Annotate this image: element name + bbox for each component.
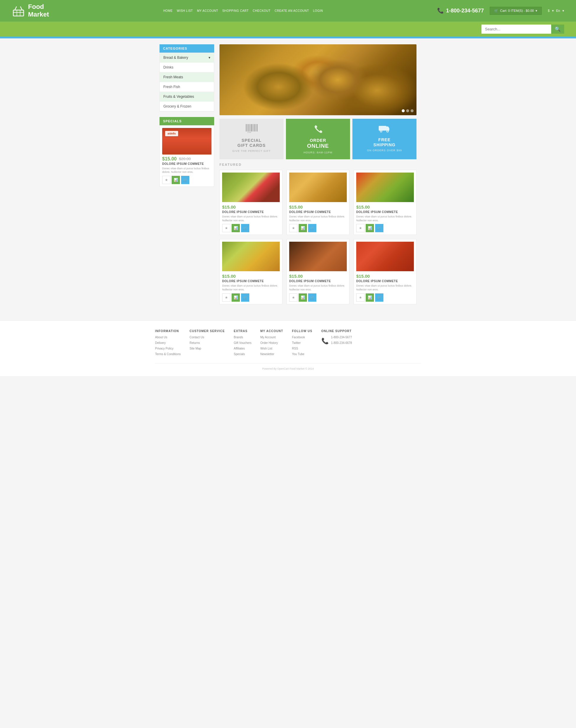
info-box-free-shipping[interactable]: FREESHIPPING ON ORDERS OVER $99	[352, 119, 416, 159]
compare-button[interactable]: 📊	[172, 176, 180, 184]
cart-btn-5[interactable]: 🛒	[308, 293, 316, 302]
category-grocery[interactable]: Grocery & Frozen	[160, 102, 214, 111]
footer-sitemap[interactable]: Site Map	[190, 346, 225, 351]
special-product: aidells $15.00 $20.00 DOLORE IPSUM COMME…	[160, 125, 214, 187]
category-fruits-veg[interactable]: Fruits & Vegetables	[160, 92, 214, 102]
product-actions-4: ★ 📊 🛒	[222, 293, 280, 302]
cart-button[interactable]: 🛒 Cart: 0 ITEM(S) - $0.00 ▾	[490, 7, 542, 15]
footer-affiliates[interactable]: Affiliates	[234, 346, 251, 351]
language-selector[interactable]: En	[556, 9, 560, 13]
footer-newsletter[interactable]: Newsletter	[260, 352, 283, 356]
nav-checkout[interactable]: CHECKOUT	[253, 9, 270, 12]
footer-rss[interactable]: RSS	[292, 346, 313, 351]
category-drinks[interactable]: Drinks	[160, 63, 214, 73]
gift-cards-sub: GIVE THE PERFECT GIFT	[232, 149, 270, 152]
cart-icon: 🛒	[494, 9, 498, 13]
footer-follow-us: FOLLOW US Facebook Twitter RSS You Tube	[292, 330, 313, 358]
product-price-6: $15.00	[356, 274, 414, 279]
wishlist-button[interactable]: ★	[162, 176, 170, 184]
compare-btn-6[interactable]: 📊	[366, 293, 374, 302]
product-desc-2: Donec vitae diam ut purus luctus finibus…	[289, 215, 347, 222]
footer-my-account: MY ACCOUNT My Account Order History Wish…	[260, 330, 283, 358]
search-icon: 🔍	[555, 27, 560, 32]
footer-returns[interactable]: Returns	[190, 341, 225, 345]
special-price-new: $15.00	[162, 156, 177, 162]
wishlist-btn-3[interactable]: ★	[356, 224, 365, 232]
wishlist-btn-4[interactable]: ★	[222, 293, 230, 302]
nav-home[interactable]: HOME	[163, 9, 173, 12]
footer-youtube[interactable]: You Tube	[292, 352, 313, 356]
category-fresh-fish[interactable]: Fresh Fish	[160, 82, 214, 92]
category-bread-bakery[interactable]: Bread & Bakery ▾	[160, 53, 214, 63]
search-button[interactable]: 🔍	[551, 25, 564, 34]
svg-rect-7	[250, 124, 251, 132]
svg-rect-0	[13, 10, 24, 16]
svg-rect-4	[246, 124, 247, 132]
footer-gift-vouchers[interactable]: Gift Vouchers	[234, 341, 251, 345]
nav-login[interactable]: LOGIN	[313, 9, 323, 12]
cart-chevron: ▾	[536, 9, 537, 13]
special-product-name: DOLORE IPSUM COMMETE	[162, 162, 211, 165]
cart-btn-6[interactable]: 🛒	[375, 293, 383, 302]
wishlist-btn-5[interactable]: ★	[289, 293, 297, 302]
compare-btn-5[interactable]: 📊	[299, 293, 307, 302]
cart-btn-1[interactable]: 🛒	[241, 224, 249, 232]
footer-order-history[interactable]: Order History	[260, 341, 283, 345]
product-actions-6: ★ 📊 🛒	[356, 293, 414, 302]
footer-support-phones: 📞 1-800-234-5677 1-800-234-6678	[321, 335, 352, 346]
search-input[interactable]	[482, 25, 551, 34]
nav-create-account[interactable]: CREATE AN ACCOUNT	[275, 9, 309, 12]
footer-contact[interactable]: Contact Us	[190, 335, 225, 339]
cart-btn-2[interactable]: 🛒	[308, 224, 316, 232]
wishlist-btn-2[interactable]: ★	[289, 224, 297, 232]
nav-wishlist[interactable]: WISH LIST	[177, 9, 193, 12]
basket-icon	[12, 4, 25, 18]
nav-account[interactable]: MY ACCOUNT	[197, 9, 218, 12]
svg-rect-6	[249, 124, 249, 132]
svg-rect-11	[256, 124, 256, 132]
product-image-3	[356, 172, 414, 202]
wishlist-btn-1[interactable]: ★	[222, 224, 230, 232]
compare-btn-1[interactable]: 📊	[232, 224, 240, 232]
product-actions-2: ★ 📊 🛒	[289, 224, 347, 232]
nav-cart[interactable]: SHOPPING CART	[222, 9, 249, 12]
product-desc-5: Donec vitae diam ut purus luctus finibus…	[289, 284, 347, 291]
special-product-desc: Donec vitae diam ut purus luctus finibus…	[162, 167, 211, 174]
hero-dot-1[interactable]	[402, 109, 405, 112]
compare-btn-3[interactable]: 📊	[366, 224, 374, 232]
info-boxes: 2390 SPECIALGIFT CARDS GIVE THE PERFECT …	[220, 119, 416, 159]
footer-about[interactable]: About Us	[155, 335, 181, 339]
currency-selector[interactable]: $	[548, 9, 549, 13]
product-price-5: $15.00	[289, 274, 347, 279]
hero-dot-2[interactable]	[406, 109, 409, 112]
cart-btn-3[interactable]: 🛒	[375, 224, 383, 232]
footer-specials[interactable]: Specials	[234, 352, 251, 356]
footer-privacy[interactable]: Privacy Policy	[155, 346, 181, 351]
footer-information: INFORMATION About Us Delivery Privacy Po…	[155, 330, 181, 358]
product-price-3: $15.00	[356, 204, 414, 209]
featured-label: FEATURED	[220, 163, 416, 166]
footer-delivery[interactable]: Delivery	[155, 341, 181, 345]
compare-btn-4[interactable]: 📊	[232, 293, 240, 302]
logo-text: Food Market	[28, 3, 49, 19]
product-card-2: $15.00 DOLORE IPSUM COMMETE Donec vitae …	[287, 170, 349, 235]
footer-customer-service: CUSTOMER SERVICE Contact Us Returns Site…	[190, 330, 225, 358]
info-box-gift-cards[interactable]: 2390 SPECIALGIFT CARDS GIVE THE PERFECT …	[220, 119, 284, 159]
support-phone-icon: 📞	[321, 337, 329, 344]
add-to-cart-button[interactable]: 🛒	[181, 176, 189, 184]
footer-facebook[interactable]: Facebook	[292, 335, 313, 339]
footer-wish-list[interactable]: Wish List	[260, 346, 283, 351]
hero-dot-3[interactable]	[410, 109, 413, 112]
phone-area: 📞 1-800-234-5677	[437, 7, 484, 14]
info-box-order-online[interactable]: ORDERONLINE HOURS: 8AM-11PM	[286, 119, 350, 159]
wishlist-btn-6[interactable]: ★	[356, 293, 365, 302]
compare-btn-2[interactable]: 📊	[299, 224, 307, 232]
footer-twitter[interactable]: Twitter	[292, 341, 313, 345]
cart-btn-4[interactable]: 🛒	[241, 293, 249, 302]
footer-brands[interactable]: Brands	[234, 335, 251, 339]
product-card-4: $15.00 DOLORE IPSUM COMMETE Donec vitae …	[220, 239, 282, 304]
footer-terms[interactable]: Terms & Conditions	[155, 352, 181, 356]
category-fresh-meats[interactable]: Fresh Meats	[160, 73, 214, 82]
footer-follow-heading: FOLLOW US	[292, 330, 313, 333]
footer-my-account-link[interactable]: My Account	[260, 335, 283, 339]
